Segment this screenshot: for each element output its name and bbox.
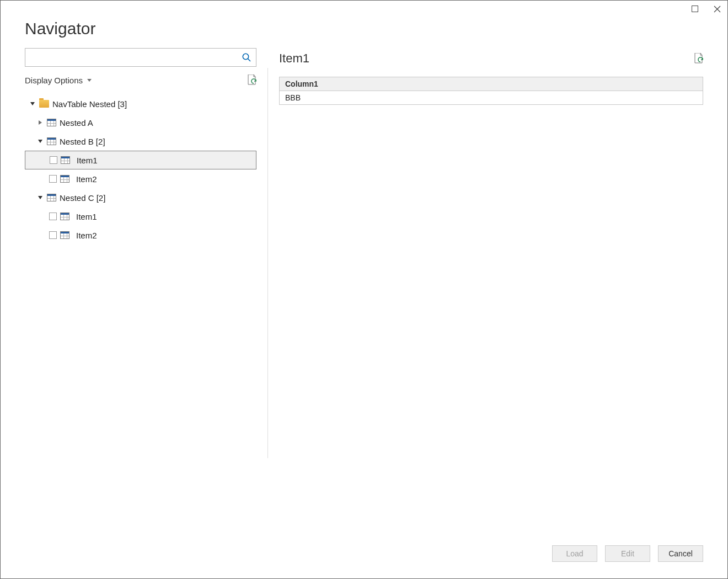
table-icon xyxy=(61,156,70,164)
checkbox[interactable] xyxy=(49,213,57,220)
tree-label: Nested C [2] xyxy=(60,193,105,203)
table-cell: BBB xyxy=(280,91,703,105)
dialog-title: Navigator xyxy=(25,19,703,38)
table-icon xyxy=(47,194,56,201)
collapse-icon[interactable] xyxy=(37,140,44,143)
navigator-tree: NavTable Nested [3] Nested A Nested B [2… xyxy=(25,94,256,245)
tree-item-nested-c[interactable]: Nested C [2] xyxy=(25,188,256,207)
checkbox[interactable] xyxy=(50,156,57,164)
navigator-window: Navigator Display Options xyxy=(0,0,728,579)
display-options-label: Display Options xyxy=(25,76,83,85)
svg-line-4 xyxy=(248,59,251,62)
column-header[interactable]: Column1 xyxy=(280,77,703,91)
table-header-row: Column1 xyxy=(280,77,703,91)
table-icon xyxy=(60,175,69,183)
cancel-button[interactable]: Cancel xyxy=(658,545,703,562)
collapse-icon[interactable] xyxy=(29,102,36,105)
tree-item-nested-a[interactable]: Nested A xyxy=(25,113,256,132)
table-row[interactable]: BBB xyxy=(280,91,703,105)
tree-label: Item2 xyxy=(76,231,97,240)
tree-item-nested-c-item1[interactable]: Item1 xyxy=(25,207,256,226)
tree-root-navtable-nested[interactable]: NavTable Nested [3] xyxy=(25,94,256,113)
tree-item-nested-b-item1[interactable]: Item1 xyxy=(25,151,256,169)
left-pane: Display Options NavTable Nested xyxy=(25,48,256,524)
search-icon[interactable] xyxy=(242,52,251,62)
preview-table: Column1 BBB xyxy=(279,77,703,105)
table-icon xyxy=(47,137,56,145)
folder-icon xyxy=(39,100,49,108)
checkbox[interactable] xyxy=(49,175,57,183)
vertical-divider xyxy=(267,68,268,458)
table-icon xyxy=(60,213,69,220)
preview-title: Item1 xyxy=(279,51,309,66)
display-options-dropdown[interactable]: Display Options xyxy=(25,76,92,85)
tree-label: Item1 xyxy=(76,212,97,221)
tree-label: Item2 xyxy=(76,174,97,184)
tree-item-nested-c-item2[interactable]: Item2 xyxy=(25,226,256,245)
edit-button[interactable]: Edit xyxy=(605,545,650,562)
dialog-footer: Load Edit Cancel xyxy=(1,535,727,578)
load-button[interactable]: Load xyxy=(552,545,597,562)
maximize-icon[interactable] xyxy=(691,5,699,13)
chevron-down-icon xyxy=(87,79,92,82)
refresh-icon[interactable] xyxy=(693,53,703,64)
collapse-icon[interactable] xyxy=(37,196,44,199)
tree-label: NavTable Nested [3] xyxy=(52,99,127,109)
tree-label: Item1 xyxy=(77,156,98,165)
search-input-wrap[interactable] xyxy=(25,48,256,67)
checkbox[interactable] xyxy=(49,231,57,239)
svg-rect-0 xyxy=(692,6,698,12)
right-pane: Item1 Column1 xyxy=(279,48,703,524)
tree-item-nested-b-item2[interactable]: Item2 xyxy=(25,169,256,188)
tree-label: Nested A xyxy=(60,118,93,128)
tree-label: Nested B [2] xyxy=(60,137,105,146)
tree-item-nested-b[interactable]: Nested B [2] xyxy=(25,132,256,151)
svg-point-3 xyxy=(243,54,248,59)
search-input[interactable] xyxy=(31,52,242,62)
table-icon xyxy=(47,119,56,126)
refresh-icon[interactable] xyxy=(247,75,256,86)
close-icon[interactable] xyxy=(713,5,721,13)
dialog-header: Navigator xyxy=(1,17,727,48)
table-icon xyxy=(60,231,69,239)
titlebar xyxy=(1,1,727,17)
expand-icon[interactable] xyxy=(37,120,44,125)
